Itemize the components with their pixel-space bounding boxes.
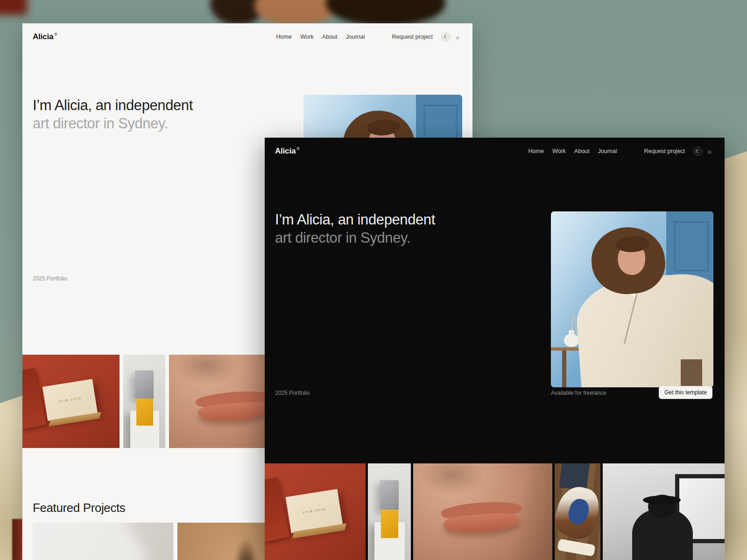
project-thumbnail-lips[interactable] bbox=[413, 463, 552, 560]
portrait-desk-leg bbox=[562, 350, 566, 387]
sun-icon[interactable]: ☼ bbox=[707, 148, 712, 154]
hero-title-line2: art director in Sydney. bbox=[275, 229, 435, 247]
request-project-link[interactable]: Request project bbox=[392, 34, 433, 40]
sun-icon[interactable]: ☼ bbox=[455, 34, 460, 40]
theme-toggles: ☾ ☼ bbox=[693, 147, 712, 156]
get-template-button[interactable]: Get this template bbox=[659, 386, 712, 399]
hero-portrait-image bbox=[551, 211, 713, 387]
brand-name: Alicia bbox=[33, 32, 53, 41]
backdrop-red-strip bbox=[12, 519, 22, 560]
nav-link-work[interactable]: Work bbox=[300, 34, 314, 40]
backdrop-portrait-face bbox=[210, 0, 446, 26]
moon-icon[interactable]: ☾ bbox=[693, 147, 703, 156]
project-thumbnail-boxes[interactable] bbox=[368, 463, 411, 560]
portfolio-year-label: 2025 Portfolio bbox=[275, 390, 310, 396]
project-thumbnail-strip: STIR FOIE bbox=[265, 463, 725, 560]
nav-link-home[interactable]: Home bbox=[529, 148, 544, 154]
portfolio-window-dark: Alicia® Home Work About Journal Request … bbox=[265, 138, 725, 560]
brand-name: Alicia bbox=[275, 147, 296, 155]
yellow-box bbox=[136, 399, 153, 426]
project-thumbnail-person[interactable] bbox=[603, 463, 725, 560]
backdrop-hair-right bbox=[326, 0, 445, 26]
gray-box bbox=[135, 371, 153, 399]
featured-projects-title: Featured Projects bbox=[33, 501, 125, 515]
portrait-vase bbox=[564, 334, 579, 347]
request-project-link[interactable]: Request project bbox=[644, 148, 685, 154]
availability-label: Available for freelance bbox=[551, 390, 606, 396]
hero-title-line2: art director in Sydney. bbox=[33, 114, 193, 133]
moon-icon[interactable]: ☾ bbox=[441, 32, 451, 42]
red-box bbox=[265, 477, 290, 542]
backdrop-red-corner bbox=[0, 0, 27, 15]
project-thumbnail-red-packaging[interactable]: STIR FOIE bbox=[265, 463, 366, 560]
project-thumbnail-sneaker[interactable] bbox=[555, 463, 600, 560]
hero-title: I’m Alicia, an independent art director … bbox=[33, 96, 193, 133]
nav-links: Home Work About Journal bbox=[529, 148, 617, 154]
cream-card: STIR FOIE bbox=[42, 379, 98, 421]
nav-link-about[interactable]: About bbox=[574, 148, 590, 154]
nav-link-home[interactable]: Home bbox=[276, 34, 292, 40]
nav-link-about[interactable]: About bbox=[322, 34, 338, 40]
project-thumbnail-red-packaging[interactable]: STIR FOIE bbox=[22, 355, 120, 448]
sneaker-sole bbox=[557, 539, 596, 556]
hero-title-line1: I’m Alicia, an independent bbox=[275, 210, 435, 229]
hero-title: I’m Alicia, an independent art director … bbox=[275, 210, 435, 247]
hero-title-line1: I’m Alicia, an independent bbox=[33, 96, 193, 114]
card-text: STIR FOIE bbox=[58, 396, 82, 404]
red-box bbox=[22, 368, 47, 430]
registered-mark: ® bbox=[296, 147, 299, 151]
desktop-background: Alicia® Home Work About Journal Request … bbox=[0, 0, 747, 560]
brand-logo[interactable]: Alicia® bbox=[33, 32, 57, 42]
card-text: STIR FOIE bbox=[302, 507, 326, 515]
project-thumbnail-boxes[interactable] bbox=[123, 355, 165, 448]
theme-toggles: ☾ ☼ bbox=[441, 32, 460, 42]
brand-logo[interactable]: Alicia® bbox=[275, 147, 300, 156]
skin-mole bbox=[233, 539, 259, 560]
featured-thumbnail-abstract[interactable] bbox=[33, 523, 173, 560]
backdrop-face-skin bbox=[255, 0, 337, 25]
hair-streak bbox=[413, 463, 552, 560]
portfolio-year-label: 2025 Portfolio bbox=[33, 275, 67, 282]
jeans-leg bbox=[559, 463, 590, 490]
nav-link-journal[interactable]: Journal bbox=[598, 148, 617, 154]
cream-card: STIR FOIE bbox=[285, 489, 343, 533]
portrait-art bbox=[551, 211, 713, 387]
yellow-box bbox=[381, 510, 398, 538]
nav-links: Home Work About Journal bbox=[276, 34, 365, 40]
registered-mark: ® bbox=[54, 32, 57, 37]
navbar: Alicia® Home Work About Journal Request … bbox=[265, 144, 725, 158]
navbar: Alicia® Home Work About Journal Request … bbox=[22, 30, 472, 44]
gray-box bbox=[380, 480, 399, 510]
nav-link-work[interactable]: Work bbox=[552, 148, 566, 154]
nav-link-journal[interactable]: Journal bbox=[346, 34, 365, 40]
portrait-chair bbox=[681, 359, 702, 387]
